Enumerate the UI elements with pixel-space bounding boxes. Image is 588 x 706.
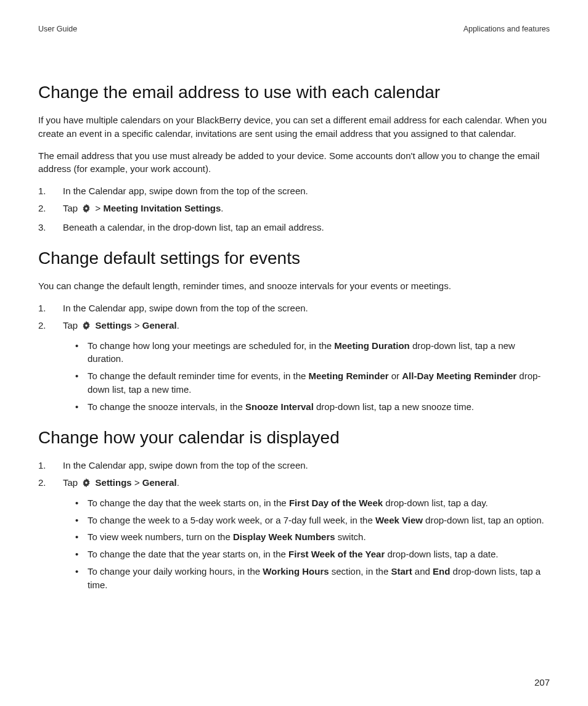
section1-step1: In the Calendar app, swipe down from the… [38,184,550,198]
text: To change the default reminder time for … [88,371,309,381]
section2-para1: You can change the default length, remin… [38,279,550,293]
text: To change the snooze intervals, in the [88,401,245,412]
section2-steps: In the Calendar app, swipe down from the… [38,302,550,413]
step-text: > [96,203,104,213]
section2-step2: Tap Settings > General. To change how lo… [38,319,550,414]
bold: Snooze Interval [245,401,314,412]
section1-para2: The email address that you use must alre… [38,149,550,176]
bold: Meeting Duration [334,340,410,351]
page: User Guide Applications and features Cha… [0,0,588,706]
header-right: Applications and features [463,25,550,33]
section2-step1: In the Calendar app, swipe down from the… [38,302,550,315]
list-item: To change the week to a 5-day work week,… [75,514,550,527]
gear-icon [81,203,91,217]
step-text: . [221,203,223,213]
section2-heading: Change default settings for events [38,248,550,268]
header-left: User Guide [38,25,77,33]
section1-steps: In the Calendar app, swipe down from the… [38,184,550,234]
text: section, in the [329,566,391,577]
step-text: Tap [63,477,80,488]
bold: Display Week Numbers [233,532,335,542]
step-bold: General [142,477,177,488]
bold: First Day of the Week [289,498,383,508]
step-text: . [177,320,179,330]
list-item: To view week numbers, turn on the Displa… [75,530,550,544]
text: To view week numbers, turn on the [88,532,233,542]
step-bold: Meeting Invitation Settings [103,203,221,213]
text: To change how long your meetings are sch… [88,340,334,351]
gear-icon [81,478,91,491]
section1-heading: Change the email address to use with eac… [38,83,550,102]
page-header: User Guide Applications and features [38,25,550,33]
page-number: 207 [534,677,550,688]
text: switch. [335,532,366,542]
section1-step3: Beneath a calendar, in the drop-down lis… [38,221,550,234]
text: To change the week to a 5-day work week,… [88,515,375,525]
bold: Meeting Reminder [309,371,389,381]
list-item: To change how long your meetings are sch… [75,339,550,366]
step-text: Tap [63,203,80,213]
step-text: > [132,477,142,488]
step-text: Tap [63,320,80,330]
step-bold: Settings [96,477,132,488]
bold: Working Hours [263,566,329,577]
step-bold: Settings [96,320,132,330]
text: To change your daily working hours, in t… [88,566,263,577]
text: and [412,566,433,577]
section3-step1: In the Calendar app, swipe down from the… [38,459,550,472]
text: To change the date that the year starts … [88,549,288,559]
list-item: To change the date that the year starts … [75,548,550,561]
step-text: . [177,477,179,488]
section1-step2: Tap > Meeting Invitation Settings. [38,202,550,217]
section3-heading: Change how your calendar is displayed [38,428,550,448]
bold: First Week of the Year [288,549,385,559]
text: drop-down list, tap an option. [423,515,544,525]
section3-steps: In the Calendar app, swipe down from the… [38,459,550,591]
section2-bullets: To change how long your meetings are sch… [75,339,550,414]
section1-para1: If you have multiple calendars on your B… [38,113,550,141]
bold: Week View [375,515,423,525]
list-item: To change the day that the week starts o… [75,496,550,510]
text: drop-down list, tap a day. [383,498,488,508]
bold: Start [391,566,412,577]
text: drop-down lists, tap a date. [385,549,498,559]
list-item: To change the default reminder time for … [75,369,550,396]
section3-bullets: To change the day that the week starts o… [75,496,550,592]
gear-icon [81,321,91,334]
step-bold: General [142,320,177,330]
list-item: To change the snooze intervals, in the S… [75,400,550,414]
list-item: To change your daily working hours, in t… [75,565,550,592]
step-text: > [132,320,142,330]
text: drop-down list, tap a new snooze time. [314,401,474,412]
text: To change the day that the week starts o… [88,498,289,508]
bold: End [433,566,450,577]
section3-step2: Tap Settings > General. To change the da… [38,476,550,591]
text: or [389,371,402,381]
bold: All-Day Meeting Reminder [402,371,517,381]
